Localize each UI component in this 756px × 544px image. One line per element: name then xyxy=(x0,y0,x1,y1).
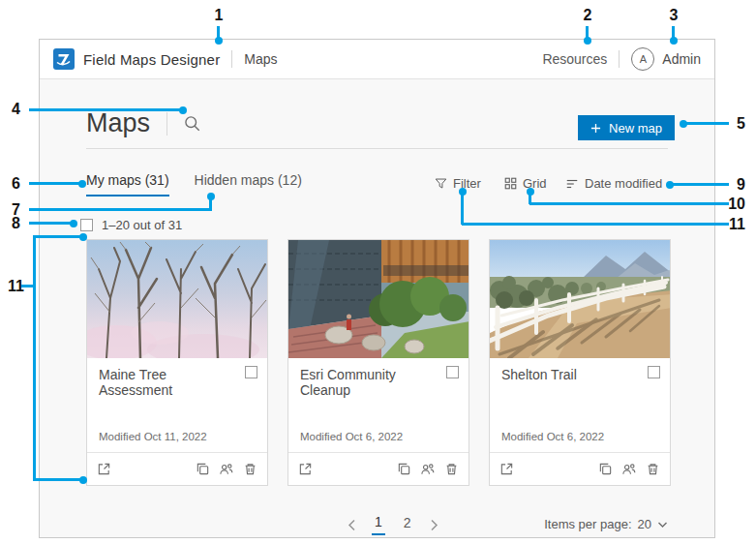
card-footer xyxy=(490,452,670,485)
chevron-right-icon[interactable] xyxy=(430,519,438,531)
map-card[interactable]: Shelton Trail Modified Oct 6, 2022 xyxy=(489,239,671,486)
content-area: Maps New map My maps (31) Hidden maps (1… xyxy=(40,78,714,537)
app-title: Field Maps Designer xyxy=(83,51,220,68)
filter-label: Filter xyxy=(453,176,481,191)
tab-hidden-maps[interactable]: Hidden maps (12) xyxy=(195,172,302,196)
grid-label: Grid xyxy=(523,176,547,191)
nav-maps-link[interactable]: Maps xyxy=(244,51,277,67)
new-map-label: New map xyxy=(609,121,662,136)
map-card-title[interactable]: Shelton Trail xyxy=(501,367,637,382)
card-checkbox[interactable] xyxy=(245,366,257,378)
callout-number: 6 xyxy=(12,176,20,192)
modified-date: Modified Oct 6, 2022 xyxy=(300,431,403,442)
items-per-page-label: Items per page: xyxy=(544,517,631,531)
trash-icon[interactable] xyxy=(646,462,660,476)
map-thumbnail xyxy=(490,240,670,358)
user-menu[interactable]: Admin xyxy=(662,51,701,67)
map-thumbnail xyxy=(87,240,267,358)
resources-link[interactable]: Resources xyxy=(542,51,607,67)
callout-number: 11 xyxy=(729,217,745,232)
duplicate-icon[interactable] xyxy=(397,462,411,476)
pagination: 1 2 xyxy=(348,514,438,535)
callout-number: 11 xyxy=(8,279,24,294)
sort-label: Date modified xyxy=(585,176,662,191)
trash-icon[interactable] xyxy=(444,462,459,476)
chevron-down-icon xyxy=(657,521,668,529)
card-footer xyxy=(288,452,469,485)
group-share-icon[interactable] xyxy=(219,462,234,476)
header-divider xyxy=(231,50,232,68)
map-card[interactable]: Maine Tree Assessment Modified Oct 11, 2… xyxy=(86,239,268,486)
app-header: Field Maps Designer Maps Resources A Adm… xyxy=(40,40,714,78)
duplicate-icon[interactable] xyxy=(196,462,210,476)
map-card-title[interactable]: Esri Community Cleanup xyxy=(300,367,436,398)
filter-funnel-icon xyxy=(435,177,447,190)
callout-number: 2 xyxy=(584,8,592,23)
group-share-icon[interactable] xyxy=(420,462,436,476)
card-grid: Maine Tree Assessment Modified Oct 11, 2… xyxy=(86,239,671,486)
launch-icon[interactable] xyxy=(97,462,111,476)
page-2-button[interactable]: 2 xyxy=(401,515,414,534)
filter-button[interactable]: Filter xyxy=(435,176,481,191)
grid-icon xyxy=(504,177,517,190)
callout-number: 4 xyxy=(12,102,20,117)
launch-icon[interactable] xyxy=(298,462,313,476)
items-per-page-value: 20 xyxy=(638,517,651,531)
callout-number: 8 xyxy=(12,216,20,231)
chevron-left-icon[interactable] xyxy=(348,519,356,531)
modified-date: Modified Oct 6, 2022 xyxy=(501,431,604,442)
callout-number: 1 xyxy=(215,8,224,23)
callout-number: 5 xyxy=(737,116,745,132)
items-per-page-select[interactable]: Items per page: 20 xyxy=(544,517,668,531)
card-checkbox[interactable] xyxy=(446,366,459,378)
title-divider xyxy=(166,112,167,136)
title-rule xyxy=(86,148,668,149)
card-footer xyxy=(87,452,267,485)
card-checkbox[interactable] xyxy=(648,366,660,378)
range-label: 1–20 out of 31 xyxy=(102,218,182,232)
header-divider xyxy=(619,50,620,68)
group-share-icon[interactable] xyxy=(621,462,637,476)
modified-date: Modified Oct 11, 2022 xyxy=(99,431,207,442)
callout-line xyxy=(21,285,34,287)
esri-logo-icon xyxy=(53,48,75,70)
callout-number: 3 xyxy=(670,8,679,23)
map-thumbnail xyxy=(288,240,469,358)
page-title: Maps xyxy=(86,108,150,138)
callout-number: 9 xyxy=(737,177,745,193)
avatar[interactable]: A xyxy=(631,47,654,71)
launch-icon[interactable] xyxy=(499,462,514,476)
map-card-title[interactable]: Maine Tree Assessment xyxy=(99,367,234,398)
select-all-checkbox[interactable] xyxy=(80,219,93,231)
callout-line xyxy=(33,235,36,481)
map-card[interactable]: Esri Community Cleanup Modified Oct 6, 2… xyxy=(287,239,469,486)
plus-icon xyxy=(590,123,601,134)
sort-button[interactable]: Date modified xyxy=(565,176,662,191)
duplicate-icon[interactable] xyxy=(598,462,613,476)
new-map-button[interactable]: New map xyxy=(578,115,675,140)
app-window: Field Maps Designer Maps Resources A Adm… xyxy=(39,39,715,538)
callout-number: 10 xyxy=(728,196,745,212)
trash-icon[interactable] xyxy=(243,462,257,476)
tab-my-maps[interactable]: My maps (31) xyxy=(86,172,169,196)
sort-lines-icon xyxy=(565,177,579,191)
page-1-button[interactable]: 1 xyxy=(372,514,385,535)
grid-view-button[interactable]: Grid xyxy=(504,176,547,191)
callout-number: 7 xyxy=(12,202,20,218)
search-icon[interactable] xyxy=(184,115,200,132)
